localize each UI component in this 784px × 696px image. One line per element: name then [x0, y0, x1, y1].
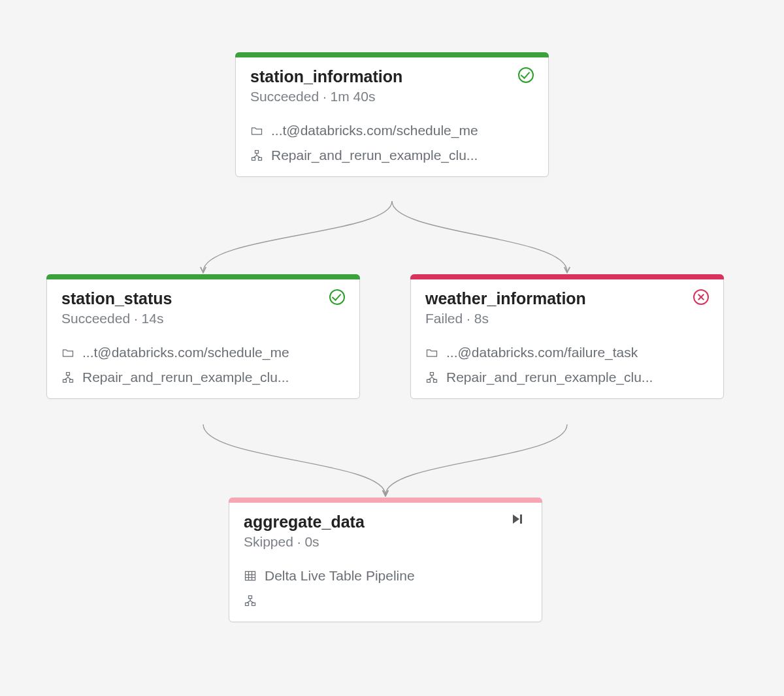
folder-icon [250, 124, 263, 137]
task-cluster-row [244, 593, 527, 609]
status-bar [46, 274, 360, 279]
dag-canvas: station_information Succeeded · 1m 40s .… [0, 0, 784, 696]
status-bar [410, 274, 724, 279]
task-title: station_information [250, 67, 402, 86]
task-title: station_status [61, 289, 172, 308]
check-circle-icon [329, 289, 345, 305]
svg-rect-14 [249, 596, 252, 599]
svg-rect-1 [252, 157, 255, 160]
check-circle-icon [518, 67, 534, 83]
svg-rect-6 [431, 373, 434, 375]
svg-rect-5 [70, 379, 73, 382]
task-node-station-status[interactable]: station_status Succeeded · 14s ...t@data… [46, 274, 360, 399]
status-bar [235, 52, 549, 57]
x-circle-icon [693, 289, 709, 305]
task-status-line: Failed · 8s [425, 311, 586, 326]
status-bar [229, 498, 542, 503]
table-icon [244, 569, 257, 582]
task-path-row: ...t@databricks.com/schedule_me [250, 123, 534, 138]
cluster-icon [425, 371, 438, 384]
task-status-line: Skipped · 0s [244, 534, 365, 550]
task-path-row: ...@databricks.com/failure_task [425, 345, 709, 360]
cluster-icon [244, 594, 257, 607]
skip-icon [512, 513, 527, 528]
task-node-aggregate-data[interactable]: aggregate_data Skipped · 0s Delta Live T… [229, 498, 542, 622]
task-status-line: Succeeded · 14s [61, 311, 172, 326]
cluster-icon [61, 371, 74, 384]
svg-rect-4 [63, 379, 67, 382]
task-cluster-row: Repair_and_rerun_example_clu... [250, 148, 534, 163]
svg-rect-16 [252, 603, 255, 605]
task-title: aggregate_data [244, 513, 365, 531]
task-title: weather_information [425, 289, 586, 308]
svg-rect-8 [434, 379, 437, 382]
task-node-station-information[interactable]: station_information Succeeded · 1m 40s .… [235, 52, 549, 177]
folder-icon [425, 346, 438, 359]
svg-rect-7 [427, 379, 431, 382]
svg-rect-3 [67, 373, 70, 375]
task-pipeline-row: Delta Live Table Pipeline [244, 568, 527, 584]
task-path-row: ...t@databricks.com/schedule_me [61, 345, 345, 360]
task-status-line: Succeeded · 1m 40s [250, 89, 402, 104]
task-cluster-row: Repair_and_rerun_example_clu... [425, 370, 709, 385]
svg-rect-9 [246, 571, 255, 580]
svg-rect-2 [259, 157, 262, 160]
svg-rect-0 [255, 151, 259, 153]
folder-icon [61, 346, 74, 359]
cluster-icon [250, 149, 263, 162]
svg-rect-15 [246, 603, 249, 605]
task-cluster-row: Repair_and_rerun_example_clu... [61, 370, 345, 385]
task-node-weather-information[interactable]: weather_information Failed · 8s ...@data… [410, 274, 724, 399]
